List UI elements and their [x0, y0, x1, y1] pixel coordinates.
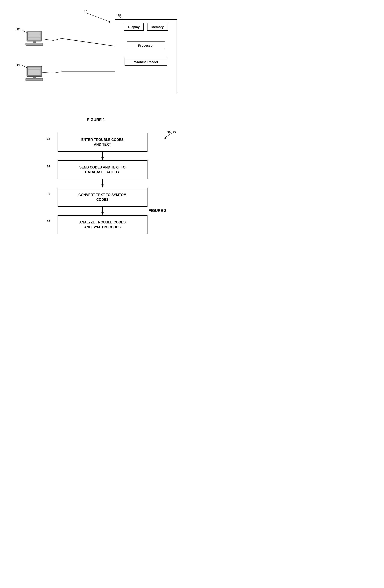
- svg-rect-34: [33, 41, 36, 43]
- flow-step-34: 34 SEND CODES AND TEXT TODATABASE FACILI…: [58, 160, 147, 179]
- flow-box-38: ANALYZE TROUBLE CODESAND SYMTOM CODES: [58, 215, 147, 234]
- figure2-diagram: 30 30 32 ENTER TROUBLE CODESAND TEXT: [4, 128, 188, 239]
- svg-text:16: 16: [118, 14, 121, 17]
- flow-box-32: ENTER TROUBLE CODESAND TEXT: [58, 133, 147, 152]
- svg-line-1: [86, 13, 111, 22]
- flow-step-36: 36 CONVERT TEXT TO SYMTOMCODES: [58, 188, 147, 207]
- flow-arrow-2: [99, 179, 106, 188]
- svg-marker-54: [101, 157, 104, 160]
- svg-text:12: 12: [17, 28, 20, 31]
- computer1-icon: [25, 30, 44, 48]
- flow-box-36: CONVERT TEXT TO SYMTOMCODES: [58, 188, 147, 207]
- ref-34: 34: [47, 165, 50, 168]
- figure2-title: FIGURE 2: [149, 209, 166, 213]
- flow-box-34: SEND CODES AND TEXT TODATABASE FACILITY: [58, 160, 147, 179]
- flow-arrow-1: [99, 152, 106, 160]
- arrow-svg-1: [99, 152, 106, 160]
- figure1-title: FIGURE 1: [4, 118, 188, 122]
- system-box: Display Memory Processor Machine Reader: [115, 19, 177, 94]
- svg-text:10: 10: [84, 10, 87, 13]
- flow-arrow-3: [99, 207, 106, 215]
- inner-boxes: Display Memory Processor Machine Reader: [115, 20, 177, 69]
- arrow-svg-3: [99, 207, 106, 215]
- flow-step-38: 38 ANALYZE TROUBLE CODESAND SYMTOM CODES: [58, 215, 147, 234]
- machine-reader-box: Machine Reader: [125, 58, 167, 66]
- computer1: [25, 30, 44, 49]
- ref-32: 32: [47, 137, 50, 141]
- computer2: [25, 65, 44, 84]
- display-box: Display: [124, 23, 144, 31]
- memory-box: Memory: [147, 23, 168, 31]
- computer2-icon: [25, 65, 44, 84]
- svg-rect-45: [33, 77, 36, 78]
- flow-step-32: 32 ENTER TROUBLE CODESAND TEXT: [58, 133, 147, 152]
- flowchart: 32 ENTER TROUBLE CODESAND TEXT 34 SEND C…: [4, 133, 188, 234]
- figure1-diagram: 10 16: [4, 4, 188, 115]
- svg-text:14: 14: [17, 63, 20, 66]
- svg-line-7: [53, 39, 61, 41]
- ref-36: 36: [47, 192, 50, 196]
- ref-38: 38: [47, 220, 50, 223]
- svg-marker-58: [101, 212, 104, 215]
- svg-marker-2: [109, 21, 111, 23]
- svg-rect-36: [26, 43, 42, 45]
- svg-marker-56: [101, 185, 104, 188]
- page: 10 16: [0, 0, 192, 294]
- processor-box: Processor: [127, 42, 165, 49]
- svg-line-11: [53, 72, 61, 73]
- top-row: Display Memory: [119, 23, 173, 31]
- svg-rect-47: [26, 79, 42, 80]
- arrow-svg-2: [99, 179, 106, 188]
